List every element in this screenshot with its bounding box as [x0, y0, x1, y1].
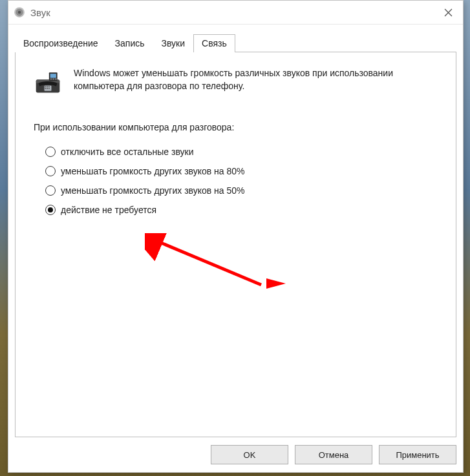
tab-sounds[interactable]: Звуки: [153, 34, 194, 52]
svg-line-19: [156, 241, 261, 285]
sound-dialog: Звук Воспроизведение Запись Звуки Связь: [8, 0, 464, 473]
tab-content-wrap: Windows может уменьшать громкость различ…: [8, 52, 463, 437]
radio-label: действие не требуется: [61, 205, 156, 215]
tab-communications[interactable]: Связь: [193, 34, 235, 52]
radio-do-nothing[interactable]: действие не требуется: [45, 205, 438, 215]
svg-rect-13: [45, 86, 46, 87]
tab-content: Windows может уменьшать громкость различ…: [15, 52, 456, 437]
radio-group: отключить все остальные звуки уменьшать …: [34, 147, 438, 215]
annotation-arrow-1: [145, 233, 268, 291]
svg-rect-18: [48, 88, 50, 89]
svg-rect-8: [50, 74, 56, 78]
intro-row: Windows может уменьшать громкость различ…: [34, 67, 438, 96]
apply-button[interactable]: Применить: [379, 445, 456, 464]
radio-label: уменьшать громкость других звуков на 80%: [61, 166, 245, 176]
window-title: Звук: [30, 7, 433, 18]
ok-button[interactable]: OK: [211, 445, 288, 464]
cancel-button[interactable]: Отмена: [295, 445, 372, 464]
svg-point-2: [18, 11, 21, 14]
svg-rect-15: [48, 86, 50, 87]
radio-reduce-50[interactable]: уменьшать громкость других звуков на 50%: [45, 185, 438, 196]
radio-icon: [45, 147, 56, 157]
svg-rect-16: [45, 88, 46, 89]
svg-rect-14: [47, 86, 48, 87]
radio-mute-all[interactable]: отключить все остальные звуки: [45, 147, 438, 157]
button-bar: OK Отмена Применить: [8, 437, 463, 472]
tab-label: Связь: [202, 38, 227, 48]
radio-icon: [45, 166, 56, 176]
radio-label: уменьшать громкость других звуков на 50%: [61, 185, 245, 196]
close-button[interactable]: [433, 1, 463, 24]
group-label: При использовании компьютера для разгово…: [34, 122, 438, 132]
button-label: Применить: [396, 450, 439, 460]
button-label: Отмена: [319, 450, 349, 460]
radio-icon: [45, 205, 56, 215]
annotation-arrow-2: [266, 277, 286, 290]
close-icon: [444, 8, 453, 17]
button-label: OK: [244, 450, 256, 460]
svg-rect-10: [52, 79, 54, 80]
radio-icon: [45, 185, 56, 196]
tab-playback[interactable]: Воспроизведение: [15, 34, 107, 52]
tab-label: Запись: [115, 38, 145, 48]
tab-label: Воспроизведение: [23, 38, 98, 48]
sound-app-icon: [14, 6, 25, 18]
tab-strip: Воспроизведение Запись Звуки Связь: [8, 25, 463, 52]
svg-rect-9: [50, 79, 52, 80]
tab-recording[interactable]: Запись: [107, 34, 153, 52]
svg-rect-17: [47, 88, 48, 89]
radio-reduce-80[interactable]: уменьшать громкость других звуков на 80%: [45, 166, 438, 176]
intro-text: Windows может уменьшать громкость различ…: [74, 67, 438, 93]
tab-label: Звуки: [162, 38, 186, 48]
radio-label: отключить все остальные звуки: [61, 147, 193, 157]
telephone-icon: [34, 68, 62, 96]
svg-rect-11: [55, 79, 57, 80]
titlebar: Звук: [8, 1, 463, 25]
